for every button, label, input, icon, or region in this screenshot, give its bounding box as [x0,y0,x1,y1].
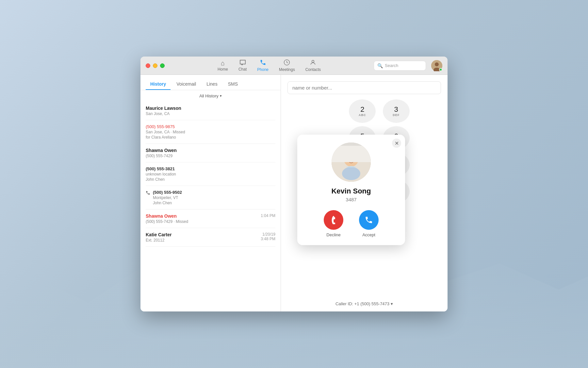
contacts-icon [310,59,316,67]
caller-name-modal: Kevin Song [331,187,371,195]
nav-tab-meetings-label: Meetings [279,67,295,72]
nav-tab-contacts-label: Contacts [305,67,321,72]
call-detail-7: Ext. 20112 [146,238,172,243]
tab-sms[interactable]: SMS [223,79,242,90]
nav-tab-chat[interactable]: Chat [238,59,247,72]
history-filter[interactable]: All History ▾ [140,90,281,102]
history-tab-bar: History Voicemail Lines SMS [140,75,281,90]
nav-tab-home[interactable]: ⌂ Home [218,60,228,72]
incoming-call-modal: ✕ [297,135,405,245]
tab-lines[interactable]: Lines [202,79,222,90]
minimize-button[interactable] [153,63,157,68]
phone-nav-icon [260,59,266,67]
call-item-4[interactable]: (500) 555-3821 unknown location John Che… [146,162,275,186]
modal-close-button[interactable]: ✕ [392,139,401,148]
caller-avatar [332,142,371,182]
call-item-5[interactable]: (500) 555-9502 Montpelier, VT John Chen [146,186,275,209]
close-button[interactable] [146,63,150,68]
title-bar: ⌂ Home Chat Phone [140,57,448,75]
accept-label: Accept [362,232,375,237]
nav-tab-home-label: Home [218,67,228,72]
call-detail-2a: San Jose, CA · Missed [146,130,185,134]
decline-label: Decline [326,232,340,237]
search-placeholder-text: Search [385,63,398,68]
call-detail-5b: John Chen [153,201,182,205]
call-number-2: (500) 555-9875 [146,124,185,129]
caller-location-1: San Jose, CA [146,111,181,116]
svg-rect-13 [332,142,371,146]
call-icon-5 [146,191,150,196]
call-detail-4a: unknown location [146,172,176,176]
search-bar[interactable]: 🔍 Search [374,61,426,71]
dialpad-search-input[interactable] [287,81,441,94]
right-panel: 2 ABC 3 DEF 5 JKL 6 MNO [281,75,448,311]
tab-history[interactable]: History [146,79,171,90]
caller-name-1: Maurice Lawson [146,106,181,111]
call-detail-6: (500) 555-7429 · Missed [146,219,188,224]
tab-voicemail[interactable]: Voicemail [172,79,201,90]
nav-tab-phone[interactable]: Phone [257,59,269,72]
main-content: History Voicemail Lines SMS All History … [140,75,448,311]
caller-id-text: Caller ID: +1 (500) 555-7473 [335,301,389,306]
call-detail-4b: John Chen [146,177,176,182]
accept-button[interactable] [359,210,379,230]
call-number-4: (500) 555-3821 [146,166,176,171]
home-icon: ⌂ [221,60,225,66]
nav-tab-meetings[interactable]: Meetings [279,59,295,72]
nav-tab-contacts[interactable]: Contacts [305,59,321,72]
decline-wrapper: Decline [324,210,343,237]
search-icon: 🔍 [377,63,383,68]
caller-id-dropdown-icon: ▾ [391,301,393,306]
caller-name-6: Shawna Owen [146,213,188,219]
maximize-button[interactable] [160,63,165,68]
dial-btn-2[interactable]: 2 ABC [349,99,376,123]
caller-name-7: Katie Carter [146,232,172,237]
call-time-6: 1:04 PM [261,213,275,218]
dial-btn-3[interactable]: 3 DEF [383,99,410,123]
call-detail-2b: for Clara Arellano [146,135,185,140]
caller-name-3: Shawna Owen [146,148,177,153]
left-panel: History Voicemail Lines SMS All History … [140,75,281,311]
call-item-6[interactable]: Shawna Owen (500) 555-7429 · Missed 1:04… [146,209,275,228]
call-item-3[interactable]: Shawna Owen (500) 555-7429 [146,144,275,162]
call-time-7: 1/20/19 3:48 PM [261,232,275,241]
meetings-icon [284,59,290,67]
call-item-7[interactable]: Katie Carter Ext. 20112 1/20/19 3:48 PM [146,228,275,247]
nav-tab-phone-label: Phone [257,67,269,72]
caller-id[interactable]: Caller ID: +1 (500) 555-7473 ▾ [335,301,393,306]
svg-point-7 [342,167,360,180]
call-date-7: 1/20/19 [261,232,275,237]
caller-number-3: (500) 555-7429 [146,154,177,158]
chat-icon [239,59,246,66]
user-avatar-container[interactable] [431,60,442,71]
call-list: Maurice Lawson San Jose, CA (500) 555-98… [140,102,281,311]
call-item-2[interactable]: (500) 555-9875 San Jose, CA · Missed for… [146,120,275,144]
svg-point-1 [312,60,314,62]
online-status-dot [439,68,442,71]
nav-tab-chat-label: Chat [238,67,247,72]
call-detail-5a: Montpelier, VT [153,195,182,200]
filter-label: All History [199,93,219,98]
call-actions: Decline Accept [324,210,379,237]
caller-ext-modal: 3487 [346,197,356,202]
svg-point-3 [435,62,439,66]
nav-tabs: ⌂ Home Chat Phone [167,59,371,72]
filter-dropdown-icon: ▾ [220,94,222,98]
call-number-5: (500) 555-9502 [153,190,182,195]
decline-button[interactable] [324,210,343,230]
accept-wrapper: Accept [359,210,379,237]
call-item-1[interactable]: Maurice Lawson San Jose, CA [146,102,275,120]
